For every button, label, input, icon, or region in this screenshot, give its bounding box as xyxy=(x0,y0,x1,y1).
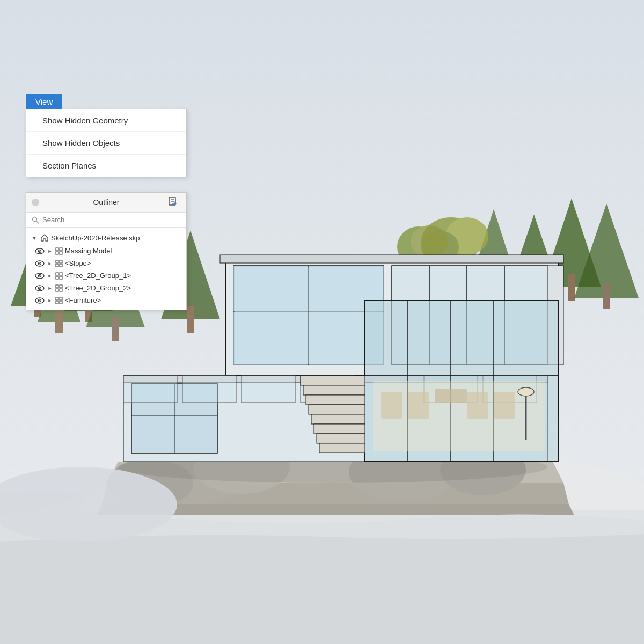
svg-rect-110 xyxy=(56,264,58,267)
svg-rect-89 xyxy=(317,434,365,443)
view-dropdown: Show Hidden Geometry Show Hidden Objects… xyxy=(26,109,187,177)
svg-point-100 xyxy=(39,251,40,252)
tree-root-node[interactable]: ▼ SketchUp-2020-Release.skp xyxy=(26,231,186,245)
component-icon-massing xyxy=(55,247,63,255)
root-expand-arrow: ▼ xyxy=(31,235,38,241)
svg-rect-111 xyxy=(60,264,62,267)
svg-rect-14 xyxy=(112,317,119,341)
item-label-tree2d-group2: <Tree_2D_Group_2> xyxy=(65,284,131,292)
svg-rect-130 xyxy=(60,297,62,300)
svg-rect-86 xyxy=(309,405,365,414)
svg-rect-116 xyxy=(60,273,62,275)
expand-arrow-furniture: ► xyxy=(47,298,53,303)
outliner-action-button[interactable] xyxy=(165,195,181,209)
svg-point-82 xyxy=(518,387,534,396)
search-icon xyxy=(32,216,39,224)
svg-rect-79 xyxy=(467,392,488,419)
tree-item-massing-model[interactable]: ► Massing Model xyxy=(26,245,186,257)
item-label-tree2d-group1: <Tree_2D_Group_1> xyxy=(65,272,131,280)
outliner-header: Outliner xyxy=(26,193,186,213)
svg-rect-29 xyxy=(603,284,610,309)
visibility-icon-furniture xyxy=(35,297,45,304)
svg-rect-64 xyxy=(123,376,177,402)
component-icon-tree2d-2 xyxy=(55,284,63,292)
home-icon xyxy=(40,233,49,242)
svg-rect-115 xyxy=(56,273,58,275)
visibility-icon-tree2d-1 xyxy=(35,273,45,279)
search-input[interactable] xyxy=(42,216,181,224)
svg-rect-78 xyxy=(435,389,467,402)
svg-rect-59 xyxy=(235,267,383,364)
tree-item-tree2d-group2[interactable]: ► <Tree_2D_Group_2> xyxy=(26,282,186,294)
svg-rect-49 xyxy=(220,255,564,263)
show-hidden-geometry-item[interactable]: Show Hidden Geometry xyxy=(26,109,186,132)
visibility-icon-tree2d-2 xyxy=(35,285,45,291)
component-icon-furniture xyxy=(55,297,63,304)
svg-rect-66 xyxy=(241,376,295,402)
svg-rect-108 xyxy=(56,260,58,263)
svg-rect-85 xyxy=(306,395,365,405)
tree-item-slope[interactable]: ► <Slope> xyxy=(26,257,186,269)
svg-rect-90 xyxy=(319,443,365,453)
component-icon-slope xyxy=(55,260,63,267)
expand-arrow-slope: ► xyxy=(47,261,53,266)
svg-rect-125 xyxy=(60,289,62,291)
svg-rect-104 xyxy=(60,252,62,254)
item-label-furniture: <Furniture> xyxy=(65,296,101,304)
section-planes-item[interactable]: Section Planes xyxy=(26,155,186,177)
item-label-massing-model: Massing Model xyxy=(65,247,112,255)
root-file-label: SketchUp-2020-Release.skp xyxy=(51,234,140,242)
outliner-panel: Outliner ▼ xyxy=(26,192,187,310)
tree-item-tree2d-group1[interactable]: ► <Tree_2D_Group_1> xyxy=(26,269,186,282)
svg-point-107 xyxy=(39,263,40,264)
outliner-title: Outliner xyxy=(93,198,119,207)
svg-rect-102 xyxy=(60,248,62,251)
svg-rect-77 xyxy=(408,392,429,419)
svg-rect-103 xyxy=(56,252,58,254)
tree-item-furniture[interactable]: ► <Furniture> xyxy=(26,294,186,306)
tree-container: ▼ SketchUp-2020-Release.skp ► xyxy=(26,228,186,310)
search-bar xyxy=(26,213,186,228)
svg-rect-117 xyxy=(56,276,58,279)
expand-arrow-tree2d-2: ► xyxy=(47,286,53,291)
svg-rect-76 xyxy=(381,392,402,419)
svg-rect-5 xyxy=(55,311,63,333)
visibility-icon-slope xyxy=(35,260,45,267)
view-menu-button[interactable]: View xyxy=(26,94,62,109)
outliner-close-button[interactable] xyxy=(32,199,39,206)
svg-point-121 xyxy=(39,288,40,289)
svg-rect-83 xyxy=(301,376,365,385)
svg-rect-65 xyxy=(182,376,236,402)
expand-arrow-massing: ► xyxy=(47,248,53,254)
svg-point-35 xyxy=(411,225,448,258)
svg-rect-88 xyxy=(314,424,365,434)
svg-rect-87 xyxy=(311,414,365,424)
svg-rect-123 xyxy=(60,285,62,288)
visibility-icon-massing xyxy=(35,248,45,254)
export-icon xyxy=(168,196,178,206)
svg-rect-101 xyxy=(56,248,58,251)
component-icon-tree2d-1 xyxy=(55,272,63,280)
svg-rect-131 xyxy=(56,301,58,304)
expand-arrow-tree2d-1: ► xyxy=(47,273,53,279)
view-menu[interactable]: View Show Hidden Geometry Show Hidden Ob… xyxy=(26,94,187,177)
svg-rect-109 xyxy=(60,260,62,263)
svg-rect-84 xyxy=(303,385,365,395)
svg-line-97 xyxy=(36,221,39,223)
svg-rect-129 xyxy=(56,297,58,300)
svg-rect-124 xyxy=(56,289,58,291)
svg-rect-17 xyxy=(187,306,194,333)
item-label-slope: <Slope> xyxy=(65,259,91,267)
svg-point-128 xyxy=(39,300,40,301)
svg-rect-118 xyxy=(60,276,62,279)
svg-rect-26 xyxy=(568,274,575,301)
svg-rect-122 xyxy=(56,285,58,288)
show-hidden-objects-item[interactable]: Show Hidden Objects xyxy=(26,132,186,155)
svg-rect-80 xyxy=(494,392,515,419)
svg-point-114 xyxy=(39,275,40,276)
svg-rect-132 xyxy=(60,301,62,304)
